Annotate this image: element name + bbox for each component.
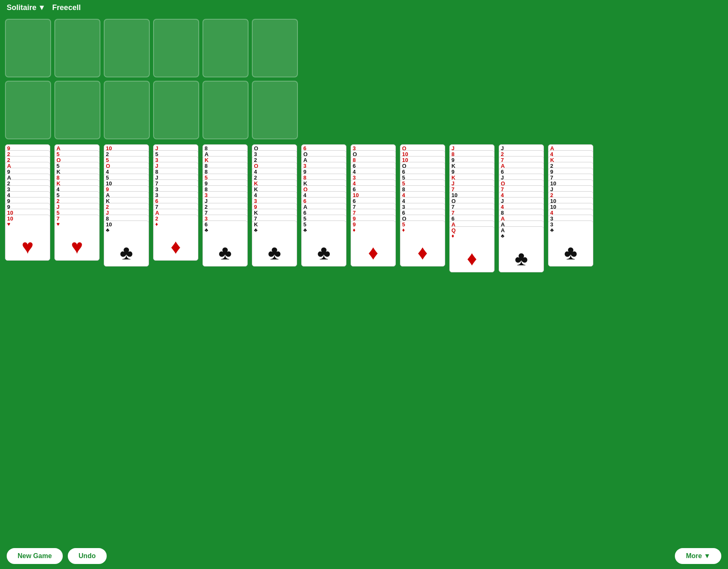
column-8: Q♦10♥10♥Q♣6♠5♣5♥8♠4♥4♣3♣6♣Q♠5♦♦ [400, 144, 446, 267]
card-3-12[interactable]: 2♦♦ [153, 215, 198, 261]
empty-slot-row1-1[interactable] [54, 19, 100, 77]
empty-slot-row1-2[interactable] [104, 19, 150, 77]
empty-slot-row1-8[interactable] [104, 81, 150, 139]
empty-slot-row1-10[interactable] [203, 81, 249, 139]
column-2: 10♦2♠5♦Q♦4♠5♠10♠9♦A♠K♠2♦J♥8♠10♣♣ [104, 144, 150, 267]
column-4: 8♣A♣K♦8♠8♠5♥9♣8♣3♥J♠2♠7♣3♥6♣♣ [203, 144, 249, 267]
undo-button[interactable]: Undo [68, 548, 107, 564]
card-4-13[interactable]: 6♣♣ [203, 220, 248, 267]
new-game-button[interactable]: New Game [7, 548, 63, 564]
solitaire-menu[interactable]: Solitaire ▼ [7, 3, 46, 12]
card-10-14[interactable]: A♣♣ [499, 226, 544, 272]
empty-slot-row1-7[interactable] [54, 81, 100, 139]
empty-slot-row1-4[interactable] [203, 19, 249, 77]
game-area: 9♥2♥2♥A♥9♠A♠2♠3♠4♠9♣9♣10♥10♥♥A♥5♦Q♦5♣K♠8… [0, 15, 728, 543]
top-rows [5, 19, 723, 139]
solitaire-label: Solitaire [7, 3, 36, 12]
footer: New Game Undo More ▼ [0, 543, 728, 569]
game-label: Freecell [52, 3, 81, 12]
empty-slot-row1-0[interactable] [5, 19, 51, 77]
card-6-13[interactable]: 5♣♣ [301, 220, 346, 267]
column-6: 6♥Q♣A♣3♦9♠8♥K♠Q♥4♠6♦A♣6♣5♣5♣♣ [301, 144, 347, 267]
row-2 [5, 81, 723, 139]
columns-area: 9♥2♥2♥A♥9♠A♠2♠3♠4♠9♣9♣10♥10♥♥A♥5♦Q♦5♣K♠8… [5, 144, 723, 272]
card-1-12[interactable]: 7♥♥ [54, 215, 100, 261]
footer-left: New Game Undo [7, 548, 107, 564]
column-3: J♦5♣3♥J♥8♠J♠7♠3♣3♠6♦7♣A♥2♦♦ [153, 144, 199, 261]
empty-slot-row1-6[interactable] [5, 81, 51, 139]
empty-slot-row1-3[interactable] [153, 19, 199, 77]
empty-slot-row1-11[interactable] [252, 81, 298, 139]
column-11: A♦4♦K♦2♣9♠7♠10♣J♣2♦10♣10♠4♥3♣3♣♣ [548, 144, 594, 267]
card-11-13[interactable]: 3♣♣ [548, 220, 593, 267]
card-9-14[interactable]: Q♦♦ [449, 226, 495, 272]
card-5-13[interactable]: K♣♣ [252, 220, 297, 267]
column-5: Q♣3♣2♣Q♦4♠2♣K♥K♣4♠3♥9♥K♣7♣K♣♣ [252, 144, 298, 267]
card-8-13[interactable]: 5♦♦ [400, 220, 445, 267]
dropdown-icon: ▼ [38, 3, 46, 12]
more-button[interactable]: More ▼ [675, 548, 721, 564]
column-0: 9♥2♥2♥A♥9♠A♠2♠3♠4♠9♣9♣10♥10♥♥ [5, 144, 51, 261]
empty-slot-row1-9[interactable] [153, 81, 199, 139]
column-9: J♦8♦9♣K♣9♣K♥J♥7♥10♣Q♠7♠7♦6♣A♦Q♦♦ [449, 144, 495, 272]
column-1: A♥5♦Q♦5♣K♠8♥K♦4♣5♣2♦J♦5♥7♥♥ [54, 144, 100, 261]
header: Solitaire ▼ Freecell [0, 0, 728, 15]
card-7-13[interactable]: 9♦♦ [351, 220, 396, 267]
card-2-13[interactable]: 10♣♣ [104, 220, 149, 267]
empty-slot-row1-5[interactable] [252, 19, 298, 77]
column-7: 3♦Q♠8♥6♠4♠3♦4♥6♠10♦6♠7♠7♥9♦9♦♦ [351, 144, 397, 267]
column-10: J♠2♥7♦A♦6♠J♠Q♥7♦4♥J♠4♦8♣A♦A♣A♣♣ [499, 144, 545, 272]
row-1 [5, 19, 723, 77]
card-0-12[interactable]: 10♥♥ [5, 215, 50, 261]
